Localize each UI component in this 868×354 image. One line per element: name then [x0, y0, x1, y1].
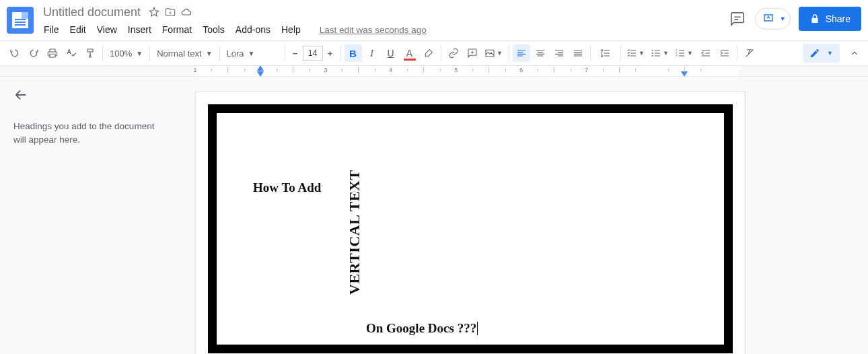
share-button[interactable]: Share: [799, 7, 861, 31]
svg-text:3: 3: [676, 54, 678, 57]
horizontal-ruler[interactable]: 1 2 3 4 5 6 7: [0, 66, 868, 77]
paragraph-style-select[interactable]: Normal text ▼: [153, 44, 216, 62]
align-right-icon[interactable]: [550, 44, 568, 62]
editing-mode-button[interactable]: ▼: [803, 44, 840, 63]
comments-icon[interactable]: [728, 9, 747, 28]
svg-point-0: [652, 50, 653, 51]
svg-point-2: [652, 55, 653, 57]
highlight-color-button[interactable]: [420, 44, 437, 62]
docs-logo-icon[interactable]: [7, 7, 34, 34]
underline-button[interactable]: U: [382, 44, 400, 62]
spellcheck-icon[interactable]: [63, 44, 80, 62]
menu-format[interactable]: Format: [157, 22, 196, 38]
paragraph-style-value: Normal text: [157, 48, 201, 59]
chevron-down-icon: ▼: [136, 50, 143, 57]
text-line-1[interactable]: How To Add: [253, 180, 321, 195]
first-line-indent-marker[interactable]: [257, 65, 264, 71]
ruler-tick-label: 5: [454, 67, 458, 73]
italic-button[interactable]: I: [363, 44, 381, 62]
undo-icon[interactable]: [6, 44, 24, 62]
star-icon[interactable]: [147, 5, 161, 19]
menu-tools[interactable]: Tools: [198, 22, 229, 38]
page-border-frame: How To Add VERTICAL TEXT On Google Docs …: [208, 104, 733, 353]
workspace: Headings you add to the document will ap…: [0, 77, 868, 354]
zoom-value: 100%: [110, 48, 132, 59]
font-family-value: Lora: [227, 48, 244, 59]
align-left-icon[interactable]: [513, 44, 530, 62]
svg-point-1: [652, 52, 653, 54]
document-page[interactable]: How To Add VERTICAL TEXT On Google Docs …: [195, 92, 746, 354]
text-cursor: [477, 322, 478, 335]
menu-edit[interactable]: Edit: [65, 22, 91, 38]
clear-formatting-icon[interactable]: [741, 44, 758, 62]
title-right: ▼ Share: [728, 4, 861, 31]
outline-back-icon[interactable]: [13, 87, 30, 104]
chevron-down-icon: ▼: [639, 50, 645, 57]
chevron-down-icon: ▼: [780, 15, 786, 22]
page-area: How To Add VERTICAL TEXT On Google Docs …: [195, 77, 747, 354]
checklist-icon[interactable]: ▼: [624, 44, 647, 62]
menu-addons[interactable]: Add-ons: [231, 22, 275, 38]
zoom-select[interactable]: 100% ▼: [106, 44, 147, 62]
ruler-tick-label: 3: [324, 67, 327, 73]
decrease-indent-icon[interactable]: [697, 44, 715, 62]
font-size-group: − 14 +: [288, 46, 338, 61]
insert-image-icon[interactable]: ▼: [482, 44, 505, 62]
left-indent-marker[interactable]: [257, 71, 264, 77]
paint-format-icon[interactable]: [81, 44, 99, 62]
ruler-tick-label: 6: [519, 67, 523, 73]
align-justify-icon[interactable]: [569, 44, 587, 62]
chevron-down-icon: ▼: [206, 50, 213, 57]
chevron-down-icon: ▼: [248, 50, 255, 57]
redo-icon[interactable]: [25, 44, 42, 62]
outline-empty-state: Headings you add to the document will ap…: [13, 120, 168, 147]
outline-panel: Headings you add to the document will ap…: [0, 77, 195, 354]
chevron-down-icon: ▼: [687, 50, 693, 57]
insert-link-icon[interactable]: [445, 44, 462, 62]
collapse-toolbar-icon[interactable]: [846, 45, 863, 61]
last-edit-link[interactable]: Last edit was seconds ago: [315, 22, 431, 38]
toolbar: 100% ▼ Normal text ▼ Lora ▼ − 14 + B I U…: [0, 40, 868, 66]
chevron-down-icon: ▼: [663, 50, 669, 57]
right-margin-area: [747, 77, 868, 354]
align-center-icon[interactable]: [532, 44, 549, 62]
bold-button[interactable]: B: [345, 44, 362, 62]
ruler-tick-label: 7: [585, 67, 588, 73]
cloud-status-icon[interactable]: [180, 5, 193, 19]
share-label: Share: [826, 13, 851, 24]
document-title[interactable]: Untitled document: [39, 5, 145, 20]
move-folder-icon[interactable]: [164, 5, 177, 19]
present-button[interactable]: ▼: [755, 8, 791, 30]
chevron-down-icon: ▼: [497, 50, 503, 57]
font-size-decrease[interactable]: −: [288, 46, 303, 61]
menu-view[interactable]: View: [92, 22, 122, 38]
line-spacing-icon[interactable]: [594, 44, 617, 62]
menu-bar: File Edit View Insert Format Tools Add-o…: [39, 22, 728, 38]
ruler-tick-label: 4: [389, 67, 392, 73]
font-size-increase[interactable]: +: [323, 46, 338, 61]
text-vertical[interactable]: VERTICAL TEXT: [346, 170, 363, 295]
menu-help[interactable]: Help: [277, 22, 305, 38]
text-line-2[interactable]: On Google Docs ???: [366, 319, 478, 336]
bulleted-list-icon[interactable]: ▼: [649, 44, 672, 62]
ruler-tick-label: 1: [193, 67, 196, 73]
menu-insert[interactable]: Insert: [123, 22, 156, 38]
print-icon[interactable]: [44, 44, 61, 62]
font-family-select[interactable]: Lora ▼: [223, 44, 282, 62]
text-color-button[interactable]: A: [401, 44, 419, 62]
insert-comment-icon[interactable]: [464, 44, 481, 62]
menu-file[interactable]: File: [39, 22, 64, 38]
title-center: Untitled document File Edit View Insert …: [39, 4, 728, 38]
increase-indent-icon[interactable]: [716, 44, 733, 62]
title-bar: Untitled document File Edit View Insert …: [0, 0, 868, 38]
numbered-list-icon[interactable]: 123 ▼: [673, 44, 696, 62]
chevron-down-icon: ▼: [827, 50, 833, 57]
font-size-input[interactable]: 14: [303, 46, 323, 61]
